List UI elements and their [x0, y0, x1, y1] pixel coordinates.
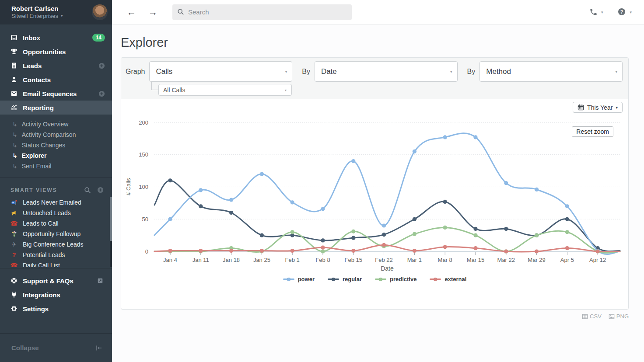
export-png-label: PNG: [616, 313, 629, 320]
svg-text:50: 50: [142, 216, 148, 223]
svg-text:Feb 15: Feb 15: [345, 257, 362, 263]
help-menu[interactable]: ? ▾: [618, 8, 632, 16]
back-button[interactable]: ←: [124, 7, 139, 17]
search-icon: [177, 8, 185, 16]
subnav-item-status-changes[interactable]: ↳Status Changes: [0, 140, 112, 150]
chevron-down-icon: ▾: [616, 105, 618, 110]
by-method-select[interactable]: Method ▾: [480, 61, 623, 82]
graph-type-value: Calls: [156, 67, 172, 76]
svg-text:Apr 5: Apr 5: [560, 257, 574, 263]
smart-view-untouched-leads[interactable]: Untouched Leads: [0, 208, 112, 218]
org-switcher[interactable]: Sitwell Enterprises ▾: [11, 13, 92, 20]
plus-circle-icon[interactable]: [98, 90, 105, 97]
filter-strip: Graph Calls ▾ By Date ▾ By Method ▾ All …: [121, 58, 628, 99]
question-icon: ?: [10, 251, 18, 258]
smart-view-daily-call-list[interactable]: ☎Daily Call List: [0, 260, 112, 267]
sidebar-item-opportunities[interactable]: Opportunities: [0, 45, 112, 59]
phone-menu[interactable]: ▾: [589, 8, 603, 16]
megaphone-icon: [10, 209, 18, 216]
image-icon: [609, 313, 615, 320]
subnav-item-activity-overview[interactable]: ↳Activity Overview: [0, 119, 112, 129]
by-date-select[interactable]: Date ▾: [315, 61, 458, 82]
legend-item-power[interactable]: power: [283, 276, 315, 282]
smart-view-label: Potential Leads: [23, 251, 65, 258]
svg-text:Feb 1: Feb 1: [285, 257, 300, 263]
subnav-item-explorer[interactable]: ↳Explorer: [0, 150, 112, 161]
svg-text:Date: Date: [381, 265, 394, 272]
svg-text:0: 0: [145, 248, 148, 255]
inbox-icon: [10, 34, 18, 41]
line-chart[interactable]: 050100150200Jan 4Jan 11Jan 18Jan 25Feb 1…: [121, 99, 628, 292]
collapse-button[interactable]: Collapse: [0, 333, 112, 362]
svg-text:150: 150: [139, 151, 148, 158]
call-filter-value: All Calls: [163, 87, 186, 94]
sidebar-item-inbox[interactable]: Inbox14: [0, 31, 112, 45]
subnav-item-activity-comparison[interactable]: ↳Activity Comparison: [0, 129, 112, 140]
smart-view-big-conference-leads[interactable]: ✈Big Conference Leads: [0, 239, 112, 250]
search-icon[interactable]: [84, 187, 91, 194]
sidebar-item-label: Settings: [23, 305, 103, 313]
export-csv-button[interactable]: CSV: [582, 313, 602, 320]
chevron-down-icon: ▾: [61, 14, 63, 19]
avatar[interactable]: [92, 4, 108, 20]
scrollbar-thumb[interactable]: [110, 197, 112, 241]
sidebar-item-reporting[interactable]: Reporting: [0, 101, 112, 115]
sidebar-item-leads[interactable]: Leads: [0, 59, 112, 73]
sidebar-bottom-group: Support & FAQsIntegrationsSettings: [0, 268, 112, 320]
svg-text:Feb 8: Feb 8: [315, 257, 330, 263]
smart-view-opportunity-followup[interactable]: Opportunity Followup: [0, 229, 112, 239]
smart-view-potential-leads[interactable]: ?Potential Leads: [0, 250, 112, 260]
legend-item-external[interactable]: external: [430, 276, 466, 282]
svg-text:?: ?: [620, 9, 623, 14]
external-link-icon: [97, 278, 103, 284]
user-name: Robert Carlsen: [11, 5, 92, 13]
plus-circle-icon[interactable]: [98, 63, 105, 69]
smart-view-leads-never-emailed[interactable]: Leads Never Emailed: [0, 197, 112, 208]
legend-item-predictive[interactable]: predictive: [375, 276, 416, 282]
svg-text:Mar 15: Mar 15: [467, 257, 484, 263]
sidebar-item-label: Inbox: [23, 34, 92, 42]
legend-marker: [375, 278, 386, 280]
smart-view-label: Big Conference Leads: [23, 241, 84, 248]
sidebar-item-support-faqs[interactable]: Support & FAQs: [0, 274, 112, 288]
trophy-icon: [10, 48, 18, 55]
forward-button[interactable]: →: [146, 7, 160, 17]
add-smart-view-icon[interactable]: [97, 187, 104, 194]
export-png-button[interactable]: PNG: [609, 313, 629, 320]
legend-label: power: [298, 276, 315, 282]
legend-item-regular[interactable]: regular: [328, 276, 362, 282]
sidebar-item-integrations[interactable]: Integrations: [0, 288, 112, 302]
subnav-item-sent-email[interactable]: ↳Sent Email: [0, 161, 112, 171]
reporting-subnav: ↳Activity Overview↳Activity Comparison↳S…: [0, 117, 112, 178]
date-range-label: This Year: [587, 104, 612, 111]
sidebar-item-settings[interactable]: Settings: [0, 302, 112, 316]
graph-type-select[interactable]: Calls ▾: [149, 61, 292, 82]
phone-red-icon: ☎: [10, 220, 18, 227]
chevron-down-icon: ▾: [601, 10, 603, 14]
legend-marker: [328, 278, 339, 280]
search-input[interactable]: [172, 4, 352, 20]
smart-views-list: Leads Never EmailedUntouched Leads☎Leads…: [0, 197, 112, 267]
smart-view-label: Daily Call List: [23, 262, 60, 267]
sidebar-item-contacts[interactable]: Contacts: [0, 73, 112, 87]
call-filter-select[interactable]: All Calls ▾: [158, 84, 292, 96]
reset-zoom-button[interactable]: Reset zoom: [572, 126, 613, 137]
smart-view-label: Leads Never Emailed: [23, 199, 81, 206]
filter-connector: [151, 82, 158, 90]
date-range-button[interactable]: This Year ▾: [573, 102, 623, 113]
building-icon: [10, 62, 18, 69]
chevron-down-icon: ▾: [285, 88, 287, 92]
svg-text:Feb 22: Feb 22: [375, 257, 392, 263]
svg-text:Jan 25: Jan 25: [253, 257, 270, 263]
smart-view-leads-to-call[interactable]: ☎Leads to Call: [0, 218, 112, 229]
chevron-down-icon: ▾: [450, 70, 452, 74]
collapse-label: Collapse: [11, 344, 95, 352]
export-csv-label: CSV: [590, 313, 602, 320]
user-panel[interactable]: Robert Carlsen Sitwell Enterprises ▾: [0, 0, 112, 24]
svg-text:100: 100: [139, 184, 148, 190]
sidebar-item-email-sequences[interactable]: Email Sequences: [0, 87, 112, 101]
smart-view-label: Leads to Call: [23, 220, 59, 227]
explorer-card: Graph Calls ▾ By Date ▾ By Method ▾ All …: [121, 57, 629, 310]
graph-label: Graph: [126, 68, 145, 76]
export-row: CSV PNG: [112, 310, 629, 320]
